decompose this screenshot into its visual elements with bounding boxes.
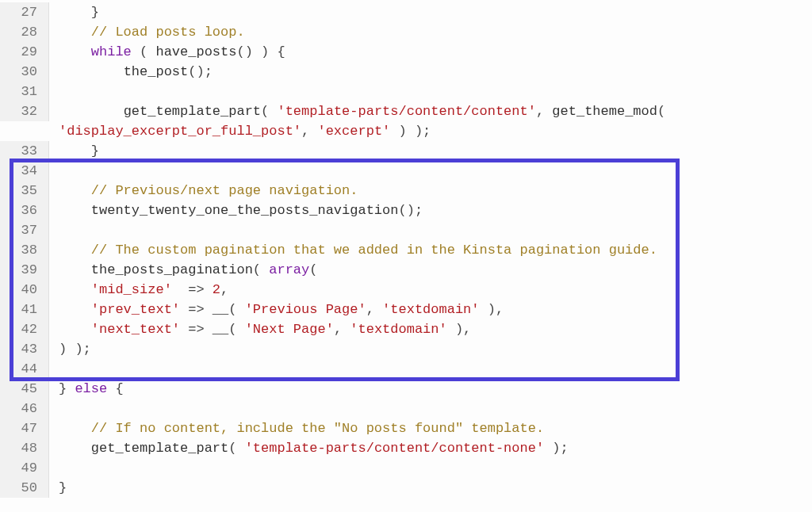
token <box>59 104 124 119</box>
token <box>59 302 91 317</box>
token: ( <box>228 302 244 317</box>
code-line[interactable]: 42 'next_text' => __( 'Next Page', 'text… <box>0 319 812 339</box>
token: (); <box>188 64 213 79</box>
code-text[interactable]: // The custom pagination that we added i… <box>49 240 812 260</box>
code-line[interactable]: 40 'mid_size' => 2, <box>0 280 812 300</box>
token <box>59 25 91 40</box>
token: // The custom pagination that we added i… <box>91 243 657 258</box>
token: ( <box>657 104 673 119</box>
code-text[interactable]: // If no content, include the "No posts … <box>49 418 812 438</box>
token: => <box>180 322 213 337</box>
line-number: 43 <box>0 339 49 359</box>
code-text[interactable]: // Load posts loop. <box>49 22 812 42</box>
token: 'template-parts/content/content' <box>277 104 535 119</box>
token: 'display_excerpt_or_full_post' <box>59 124 301 139</box>
line-number: 37 <box>0 220 49 240</box>
line-number: 48 <box>0 438 49 458</box>
token: ( <box>132 44 156 59</box>
code-text[interactable]: twenty_twenty_one_the_posts_navigation()… <box>49 201 812 220</box>
code-text[interactable]: } else { <box>49 379 812 399</box>
token: ) ); <box>59 342 91 357</box>
token: 'textdomain' <box>350 322 446 337</box>
code-line[interactable]: 30 the_post(); <box>0 62 812 82</box>
code-line[interactable]: 'display_excerpt_or_full_post', 'excerpt… <box>0 121 812 141</box>
token: get_template_part <box>91 441 228 456</box>
code-line[interactable]: 41 'prev_text' => __( 'Previous Page', '… <box>0 300 812 319</box>
code-text[interactable]: get_template_part( 'template-parts/conte… <box>49 101 812 121</box>
code-line[interactable]: 28 // Load posts loop. <box>0 22 812 42</box>
code-text[interactable]: 'mid_size' => 2, <box>49 280 812 300</box>
token: , <box>220 282 228 297</box>
token <box>59 282 91 297</box>
token <box>59 183 91 198</box>
line-number: 27 <box>0 2 49 22</box>
token <box>59 421 91 436</box>
code-line[interactable]: 43) ); <box>0 339 812 359</box>
code-line[interactable]: 47 // If no content, include the "No pos… <box>0 418 812 438</box>
code-text[interactable]: get_template_part( 'template-parts/conte… <box>49 438 812 458</box>
token: } <box>59 5 99 20</box>
token: => <box>172 282 213 297</box>
token <box>59 44 91 59</box>
line-number: 32 <box>0 101 49 121</box>
code-line[interactable]: 49 <box>0 458 812 478</box>
token: array <box>269 262 309 277</box>
token: have_posts <box>155 44 236 59</box>
line-number: 35 <box>0 181 49 201</box>
token: the_post <box>124 64 189 79</box>
code-editor[interactable]: 27 }28 // Load posts loop.29 while ( hav… <box>0 0 812 498</box>
code-text[interactable]: 'prev_text' => __( 'Previous Page', 'tex… <box>49 300 812 319</box>
code-line[interactable]: 48 get_template_part( 'template-parts/co… <box>0 438 812 458</box>
token: { <box>107 381 123 396</box>
code-text[interactable]: 'next_text' => __( 'Next Page', 'textdom… <box>49 319 812 339</box>
code-line[interactable]: 37 <box>0 220 812 240</box>
code-line[interactable]: 27 } <box>0 2 812 22</box>
code-text[interactable]: } <box>49 2 812 22</box>
code-text[interactable]: while ( have_posts() ) { <box>49 42 812 62</box>
token: ), <box>480 302 504 317</box>
token: 'next_text' <box>91 322 180 337</box>
line-number: 33 <box>0 141 49 161</box>
code-line[interactable]: 33 } <box>0 141 812 161</box>
token: 2 <box>213 282 220 297</box>
code-line[interactable]: 29 while ( have_posts() ) { <box>0 42 812 62</box>
token: while <box>91 44 132 59</box>
code-line[interactable]: 50} <box>0 478 812 498</box>
code-line[interactable]: 46 <box>0 399 812 418</box>
code-text[interactable]: } <box>49 478 812 498</box>
line-number: 34 <box>0 161 49 181</box>
code-line[interactable]: 44 <box>0 359 812 379</box>
token: // Previous/next page navigation. <box>91 183 358 198</box>
token: 'mid_size' <box>91 282 172 297</box>
token: get_template_part <box>124 104 261 119</box>
token: 'template-parts/content/content-none' <box>245 441 544 456</box>
code-text[interactable]: ) ); <box>49 339 812 359</box>
line-number: 50 <box>0 478 49 498</box>
code-line[interactable]: 31 <box>0 82 812 101</box>
token: 'Previous Page' <box>245 302 366 317</box>
code-text[interactable]: the_posts_pagination( array( <box>49 260 812 280</box>
code-line[interactable]: 38 // The custom pagination that we adde… <box>0 240 812 260</box>
code-text[interactable]: // Previous/next page navigation. <box>49 181 812 201</box>
token: } <box>59 143 99 159</box>
token: 'prev_text' <box>91 302 180 317</box>
code-text[interactable]: } <box>49 141 812 161</box>
token: 'excerpt' <box>317 124 390 139</box>
line-number: 41 <box>0 300 49 319</box>
token: twenty_twenty_one_the_posts_navigation <box>91 203 399 218</box>
line-number: 42 <box>0 319 49 339</box>
token: __ <box>213 302 228 317</box>
code-line[interactable]: 35 // Previous/next page navigation. <box>0 181 812 201</box>
code-line[interactable]: 45} else { <box>0 379 812 399</box>
line-number: 44 <box>0 359 49 379</box>
token <box>59 243 91 258</box>
token: // If no content, include the "No posts … <box>91 421 544 436</box>
token: ); <box>544 441 569 456</box>
code-line[interactable]: 34 <box>0 161 812 181</box>
code-line[interactable]: 39 the_posts_pagination( array( <box>0 260 812 280</box>
code-text[interactable]: 'display_excerpt_or_full_post', 'excerpt… <box>49 121 812 141</box>
token: the_posts_pagination <box>91 262 253 277</box>
code-line[interactable]: 36 twenty_twenty_one_the_posts_navigatio… <box>0 201 812 220</box>
code-line[interactable]: 32 get_template_part( 'template-parts/co… <box>0 101 812 121</box>
code-text[interactable]: the_post(); <box>49 62 812 82</box>
